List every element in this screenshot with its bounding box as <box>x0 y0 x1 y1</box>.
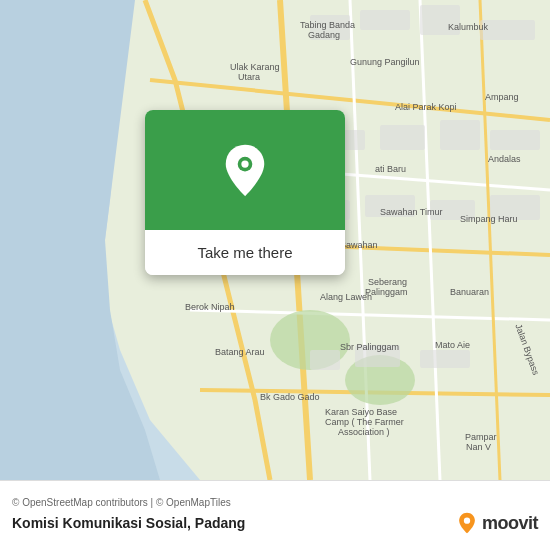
svg-text:Palinggam: Palinggam <box>365 287 408 297</box>
svg-text:Karan Saiyo Base: Karan Saiyo Base <box>325 407 397 417</box>
svg-text:Sawahan: Sawahan <box>340 240 378 250</box>
svg-text:Ampang: Ampang <box>485 92 519 102</box>
svg-text:Pampar: Pampar <box>465 432 497 442</box>
svg-rect-15 <box>360 10 410 30</box>
svg-text:Berok Nipah: Berok Nipah <box>185 302 235 312</box>
map-attribution: © OpenStreetMap contributors | © OpenMap… <box>12 497 538 508</box>
location-pin-icon <box>220 143 270 198</box>
svg-text:Alai Parak Kopi: Alai Parak Kopi <box>395 102 457 112</box>
svg-text:Camp ( The Farmer: Camp ( The Farmer <box>325 417 404 427</box>
svg-text:Sbr Palinggam: Sbr Palinggam <box>340 342 399 352</box>
take-me-there-button[interactable]: Take me there <box>145 230 345 275</box>
svg-rect-28 <box>420 350 470 368</box>
moovit-brand-text: moovit <box>482 513 538 534</box>
card-header <box>145 110 345 230</box>
svg-text:Tabing Banda: Tabing Banda <box>300 20 355 30</box>
location-card: Take me there <box>145 110 345 275</box>
svg-rect-19 <box>380 125 425 150</box>
svg-rect-20 <box>440 120 480 150</box>
svg-text:Gunung Pangilun: Gunung Pangilun <box>350 57 420 67</box>
svg-text:Utara: Utara <box>238 72 260 82</box>
svg-text:Gadang: Gadang <box>308 30 340 40</box>
svg-rect-21 <box>490 130 540 150</box>
svg-text:Ulak Karang: Ulak Karang <box>230 62 280 72</box>
svg-text:Simpang Haru: Simpang Haru <box>460 214 518 224</box>
location-name: Komisi Komunikasi Sosial, Padang <box>12 515 245 531</box>
svg-point-61 <box>464 518 470 524</box>
svg-text:Batang Arau: Batang Arau <box>215 347 265 357</box>
svg-text:Association ): Association ) <box>338 427 390 437</box>
svg-text:Sawahan Timur: Sawahan Timur <box>380 207 443 217</box>
svg-text:Nan V: Nan V <box>466 442 491 452</box>
moovit-logo: moovit <box>456 512 538 534</box>
svg-text:Bk Gado Gado: Bk Gado Gado <box>260 392 320 402</box>
svg-point-60 <box>241 160 248 167</box>
map-container: Tabing Banda Gadang Kalumbuk Ulak Karang… <box>0 0 550 480</box>
svg-text:Banuaran: Banuaran <box>450 287 489 297</box>
svg-text:Seberang: Seberang <box>368 277 407 287</box>
bottom-info-bar: © OpenStreetMap contributors | © OpenMap… <box>0 480 550 550</box>
svg-text:ati Baru: ati Baru <box>375 164 406 174</box>
svg-rect-26 <box>310 350 340 370</box>
moovit-pin-icon <box>456 512 478 534</box>
svg-text:Mato Aie: Mato Aie <box>435 340 470 350</box>
svg-rect-17 <box>480 20 535 40</box>
svg-text:Kalumbuk: Kalumbuk <box>448 22 489 32</box>
svg-text:Andalas: Andalas <box>488 154 521 164</box>
